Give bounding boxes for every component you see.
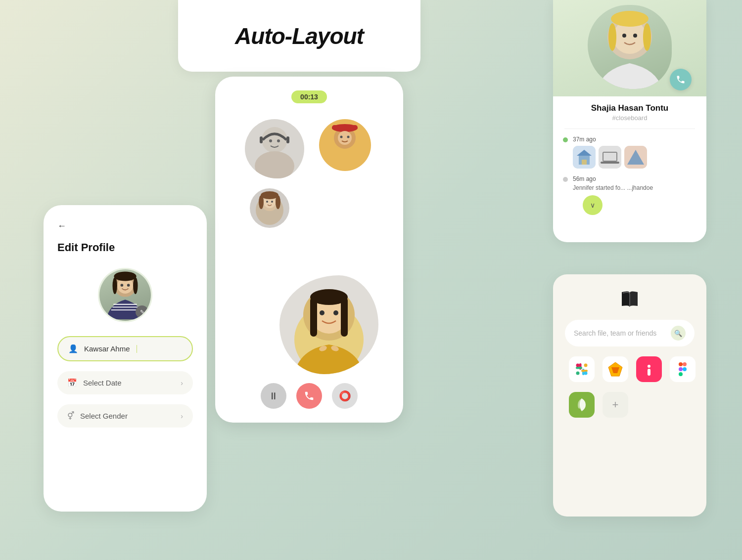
activity-dot-green: [563, 137, 568, 142]
svg-rect-28: [341, 297, 348, 337]
svg-point-24: [320, 310, 325, 315]
username-value: Kawsar Ahme: [84, 345, 130, 353]
activity-text-2: Jennifer started fo... ...jhandoe: [573, 184, 696, 191]
call-action-button[interactable]: [670, 69, 692, 90]
svg-rect-51: [582, 160, 587, 165]
activity-image-3: [624, 146, 647, 169]
app-envato[interactable]: [569, 392, 595, 418]
svg-rect-78: [679, 372, 683, 376]
svg-point-65: [584, 372, 588, 375]
app-slack[interactable]: [569, 356, 595, 382]
svg-point-44: [608, 23, 616, 51]
svg-point-17: [271, 201, 273, 203]
edit-avatar-button[interactable]: ✎: [136, 305, 148, 318]
activity-time-1: 37m ago: [573, 136, 647, 143]
svg-point-25: [333, 310, 338, 315]
activity-item-1: 37m ago: [563, 136, 696, 169]
svg-point-16: [266, 201, 268, 203]
svg-point-47: [633, 34, 637, 38]
profile-avatar-section: ✎: [57, 268, 193, 322]
svg-point-18: [261, 191, 278, 199]
calendar-icon: 📅: [67, 378, 77, 388]
activity-dot-gray: [563, 177, 568, 182]
apps-grid-row2: +: [565, 392, 695, 418]
svg-point-19: [259, 195, 264, 209]
svg-point-77: [683, 367, 687, 371]
participant-woman-small: [250, 188, 289, 228]
profile-avatar: ✎: [98, 268, 152, 322]
user-icon: 👤: [68, 344, 78, 353]
svg-rect-2: [260, 136, 263, 143]
svg-rect-62: [576, 367, 582, 369]
pause-button[interactable]: ⏸: [261, 383, 286, 409]
svg-rect-74: [679, 362, 683, 366]
chat-header: [553, 0, 706, 96]
svg-point-33: [121, 284, 124, 287]
cursor: [137, 345, 137, 353]
svg-rect-73: [648, 369, 650, 376]
svg-point-1: [255, 151, 294, 178]
title-card: Auto-Layout: [178, 0, 420, 72]
video-grid: [225, 114, 393, 374]
gender-icon: ⚥: [67, 411, 74, 421]
apps-card: Search file, team or friends 🔍: [553, 274, 706, 517]
svg-rect-76: [679, 367, 683, 371]
svg-point-5: [277, 139, 280, 142]
book-icon: [565, 288, 695, 310]
mute-button[interactable]: ⭕: [332, 383, 358, 409]
edit-profile-card: ← Edit Profile: [44, 205, 207, 512]
search-placeholder: Search file, team or friends: [574, 329, 666, 337]
svg-rect-63: [581, 370, 588, 372]
hangup-button[interactable]: [296, 383, 322, 409]
username-field[interactable]: 👤 Kawsar Ahme: [57, 336, 193, 361]
svg-point-10: [338, 131, 352, 145]
select-date-row[interactable]: 📅 Select Date ›: [57, 371, 193, 394]
call-timer: 00:13: [291, 90, 327, 103]
participant-main: [279, 275, 378, 374]
svg-point-36: [112, 277, 117, 294]
divider: [564, 129, 695, 129]
app-add-button[interactable]: +: [603, 392, 628, 418]
svg-point-4: [269, 139, 272, 142]
svg-point-12: [347, 136, 350, 138]
participant-headset: [245, 119, 304, 178]
select-date-label: Select Date: [83, 379, 175, 387]
video-call-card: 00:13: [215, 77, 403, 423]
profile-title: Edit Profile: [57, 241, 193, 254]
select-gender-row[interactable]: ⚥ Select Gender ›: [57, 404, 193, 428]
participant-cap: [319, 119, 371, 171]
chevron-icon-2: ›: [181, 412, 183, 420]
page-title: Auto-Layout: [235, 23, 364, 49]
svg-point-0: [262, 127, 287, 153]
activity-item-2: 56m ago Jennifer started fo... ...jhando…: [563, 175, 696, 215]
svg-rect-27: [310, 297, 317, 337]
search-button[interactable]: 🔍: [671, 326, 686, 341]
activity-images: [573, 146, 647, 169]
apps-grid: [565, 356, 695, 382]
chat-profile-card: Shajia Hasan Tontu #closeboard 37m ago: [553, 0, 706, 242]
svg-point-11: [340, 136, 343, 138]
app-invision[interactable]: [636, 356, 662, 382]
activity-image-2: [599, 146, 621, 169]
select-gender-label: Select Gender: [80, 412, 175, 420]
back-button[interactable]: ←: [57, 221, 69, 231]
activity-image-1: [573, 146, 596, 169]
activity-time-2: 56m ago: [573, 175, 696, 182]
contact-tag: #closeboard: [612, 114, 648, 122]
svg-rect-75: [683, 362, 687, 366]
search-bar[interactable]: Search file, team or friends 🔍: [565, 320, 695, 346]
svg-point-34: [127, 284, 130, 287]
contact-name: Shajia Hasan Tontu: [591, 103, 669, 113]
svg-point-43: [611, 11, 649, 27]
app-sketch[interactable]: [603, 356, 628, 382]
svg-point-37: [133, 277, 138, 294]
svg-point-72: [648, 365, 650, 368]
call-controls: ⏸ ⭕: [261, 383, 358, 409]
app-figma[interactable]: [670, 356, 696, 382]
svg-point-35: [114, 272, 136, 281]
svg-rect-9: [332, 125, 358, 130]
expand-button[interactable]: ∨: [583, 195, 603, 215]
svg-rect-54: [603, 153, 616, 161]
chevron-icon: ›: [181, 379, 183, 387]
svg-rect-3: [286, 136, 289, 143]
